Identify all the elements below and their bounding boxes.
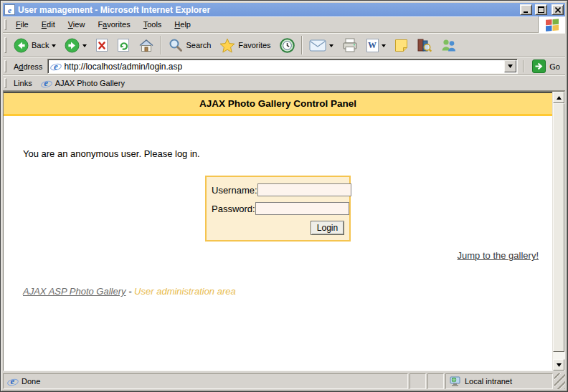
browser-window: e User management - Microsoft Internet E… — [0, 0, 568, 392]
window-title: User management - Microsoft Internet Exp… — [18, 5, 517, 15]
go-arrow-icon — [532, 59, 546, 73]
maximize-icon — [538, 6, 544, 13]
favorites-label: Favorites — [238, 41, 270, 49]
links-item-ajax-photo-gallery[interactable]: e AJAX Photo Gallery — [38, 76, 128, 90]
password-field[interactable] — [255, 202, 349, 215]
password-label: Password: — [212, 204, 255, 214]
address-combo: e — [47, 59, 518, 74]
footer-subtitle: User administration area — [134, 286, 236, 297]
menu-tools[interactable]: Tools — [137, 17, 169, 32]
login-button-row: Login — [212, 221, 344, 235]
address-bar: Address e Go — [3, 57, 565, 75]
menu-view[interactable]: View — [62, 17, 92, 32]
printer-icon — [342, 38, 358, 52]
scroll-up-button[interactable] — [553, 92, 564, 103]
research-button[interactable] — [412, 34, 436, 56]
search-button[interactable]: Search — [164, 34, 215, 56]
browser-viewport: AJAX Photo Gallery Control Panel You are… — [3, 91, 565, 371]
history-button[interactable] — [275, 34, 299, 56]
zone-text: Local intranet — [465, 377, 512, 386]
address-label: Address — [12, 62, 44, 71]
sticky-note-icon — [394, 39, 408, 52]
favorites-star-icon — [219, 38, 235, 53]
history-clock-icon — [280, 38, 295, 53]
resize-grip[interactable] — [554, 373, 565, 389]
search-icon — [169, 38, 183, 52]
jump-link-row: Jump to the gallery! — [4, 250, 539, 261]
intro-text: You are an anonymous user. Please log in… — [23, 148, 552, 159]
refresh-button[interactable] — [113, 34, 134, 56]
search-label: Search — [186, 41, 211, 49]
footer-separator: - — [126, 286, 135, 297]
windows-flag-icon — [538, 16, 565, 33]
status-spacer-panel — [427, 373, 444, 389]
home-button[interactable] — [134, 34, 158, 56]
status-page-icon: e — [7, 376, 18, 387]
menu-grip[interactable] — [4, 19, 6, 30]
status-bar: e Done Local intranet — [3, 373, 565, 389]
address-grip[interactable] — [4, 60, 6, 72]
address-dropdown-button[interactable] — [504, 60, 516, 72]
address-input[interactable] — [64, 61, 501, 72]
maximize-button[interactable] — [535, 4, 547, 15]
back-icon — [14, 38, 29, 53]
address-separator — [523, 60, 524, 72]
mail-button[interactable] — [305, 34, 338, 56]
close-button[interactable] — [552, 4, 564, 15]
menu-edit[interactable]: Edit — [35, 17, 62, 32]
menu-help[interactable]: Help — [168, 17, 197, 32]
forward-dropdown-icon[interactable] — [82, 44, 87, 49]
forward-icon — [65, 38, 80, 53]
status-text: Done — [22, 377, 40, 386]
edit-dropdown-icon[interactable] — [382, 44, 386, 49]
toolbar-grip[interactable] — [4, 37, 6, 53]
mail-envelope-icon — [309, 39, 326, 52]
favorites-button[interactable]: Favorites — [215, 34, 275, 56]
refresh-icon — [117, 38, 130, 52]
page-footer: AJAX ASP Photo Gallery - User administra… — [23, 286, 552, 297]
close-icon — [555, 7, 561, 13]
stop-button[interactable] — [91, 34, 113, 56]
discuss-button[interactable] — [390, 34, 412, 56]
login-button[interactable]: Login — [311, 221, 344, 235]
ie-app-icon: e — [4, 4, 15, 15]
scrollbar-thumb[interactable] — [553, 103, 564, 352]
home-icon — [138, 38, 154, 52]
password-row: Password: — [212, 202, 344, 215]
scroll-down-button[interactable] — [553, 359, 564, 371]
web-page: AJAX Photo Gallery Control Panel You are… — [4, 92, 552, 371]
print-button[interactable] — [338, 34, 362, 56]
username-label: Username: — [212, 185, 257, 196]
page-banner: AJAX Photo Gallery Control Panel — [4, 92, 552, 116]
link-label: AJAX Photo Gallery — [55, 79, 125, 87]
word-icon: W — [366, 39, 379, 52]
footer-gallery-link[interactable]: AJAX ASP Photo Gallery — [23, 286, 126, 297]
go-label: Go — [549, 62, 560, 71]
links-grip[interactable] — [4, 78, 6, 88]
status-spacer-panel — [410, 373, 426, 389]
forward-button[interactable] — [60, 34, 91, 56]
minimize-button[interactable] — [520, 4, 532, 15]
username-field[interactable] — [257, 183, 351, 196]
mail-dropdown-icon[interactable] — [329, 44, 333, 49]
title-bar[interactable]: e User management - Microsoft Internet E… — [3, 3, 565, 16]
vertical-scrollbar[interactable] — [552, 92, 564, 371]
go-button[interactable]: Go — [529, 58, 563, 75]
standard-toolbar: Back — [3, 33, 565, 57]
messenger-people-icon — [440, 38, 457, 52]
toolbar-separator — [301, 36, 303, 54]
stop-icon — [95, 38, 108, 52]
menu-bar: File Edit View Favorites Tools Help — [3, 16, 565, 33]
edit-with-word-button[interactable]: W — [362, 34, 390, 56]
messenger-button[interactable] — [436, 34, 461, 56]
chevron-down-icon — [508, 64, 513, 68]
links-label: Links — [14, 79, 34, 87]
links-bar: Links e AJAX Photo Gallery — [3, 75, 565, 91]
menu-file[interactable]: File — [9, 17, 35, 32]
toolbar-separator — [161, 36, 162, 54]
back-button[interactable]: Back — [9, 34, 60, 56]
menu-favorites[interactable]: Favorites — [91, 17, 136, 32]
link-ie-icon: e — [41, 78, 52, 89]
back-dropdown-icon[interactable] — [52, 44, 56, 49]
jump-to-gallery-link[interactable]: Jump to the gallery! — [458, 250, 539, 261]
